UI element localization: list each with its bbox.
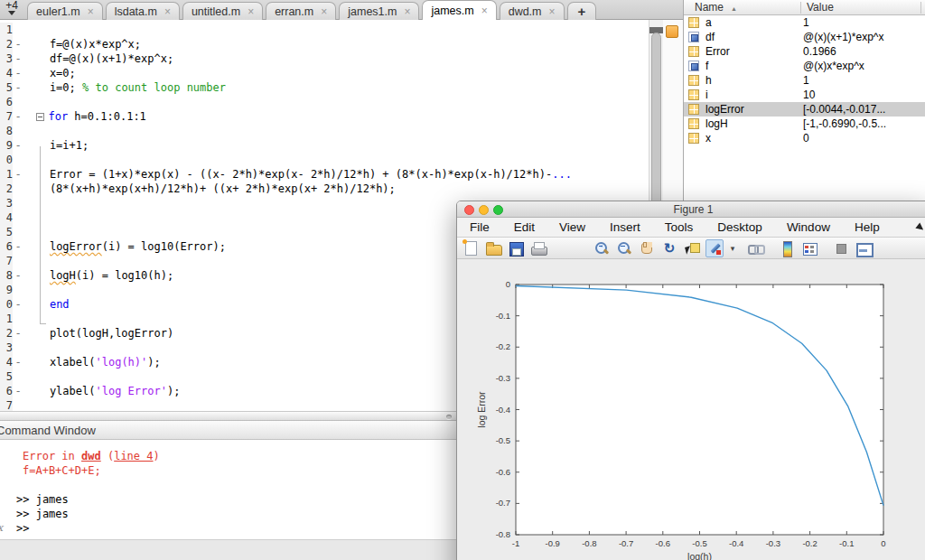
zoom-in-icon[interactable] xyxy=(593,239,611,257)
code-fold-icon[interactable] xyxy=(36,113,44,121)
tab-untitled.m[interactable]: untitled.m× xyxy=(182,2,263,20)
code-line: 2 (8*(x+h)*exp(x+h)/12*h)+ ((x+ 2*h)*exp… xyxy=(0,182,649,196)
link-plot-icon[interactable] xyxy=(746,239,764,257)
code-text: end xyxy=(23,297,70,312)
line-number: 3 xyxy=(0,51,13,66)
plot-tools-off-icon[interactable] xyxy=(832,239,850,257)
new-file-icon[interactable] xyxy=(462,239,480,257)
tab-euler1.m[interactable]: euler1.m× xyxy=(27,2,103,20)
tab-close-icon[interactable]: × xyxy=(321,7,327,16)
close-window-button[interactable] xyxy=(464,205,474,215)
workspace-row-h[interactable]: h1 xyxy=(684,73,925,88)
menu-item-insert[interactable]: Insert xyxy=(610,220,640,234)
print-figure-icon[interactable] xyxy=(529,239,547,257)
magnifier-handle xyxy=(626,248,631,254)
code-segment xyxy=(23,110,36,123)
menu-item-tools[interactable]: Tools xyxy=(665,220,694,234)
tab-close-icon[interactable]: × xyxy=(248,7,254,16)
save-figure-icon[interactable] xyxy=(507,239,525,257)
tab-label: dwd.m xyxy=(509,5,542,18)
exec-marker: - xyxy=(13,326,23,341)
svg-text:-1: -1 xyxy=(512,538,519,548)
error-text[interactable]: line 4 xyxy=(114,450,153,462)
matrix-variable-icon xyxy=(688,133,699,144)
code-warning-indicator[interactable] xyxy=(666,25,678,38)
workspace-col-name[interactable]: Name xyxy=(695,0,724,15)
line-number: 2 xyxy=(0,326,13,341)
open-file-icon[interactable] xyxy=(484,239,502,257)
tab-dwd.m[interactable]: dwd.m× xyxy=(500,2,565,20)
variable-name: logH xyxy=(705,117,728,131)
workspace-row-logH[interactable]: logH[-1,-0.6990,-0.5... xyxy=(684,117,925,131)
line-number: 1 xyxy=(0,23,13,37)
figure-window-title: Figure 1 xyxy=(457,201,925,218)
minimize-window-button[interactable] xyxy=(479,205,489,215)
plot-tools-on-icon[interactable] xyxy=(855,239,873,257)
rotate-3d-icon[interactable]: ↻ xyxy=(660,239,678,257)
workspace-col-value[interactable]: Value xyxy=(807,0,834,15)
line-number: 0 xyxy=(0,153,13,167)
workspace-row-logError[interactable]: logError[-0.0044,-0.017... xyxy=(684,102,925,117)
brush-data-icon[interactable] xyxy=(705,239,724,257)
menu-item-help[interactable]: Help xyxy=(855,220,880,234)
workspace-row-i[interactable]: i10 xyxy=(684,88,925,102)
svg-text:-0.3: -0.3 xyxy=(496,373,510,383)
menu-item-edit[interactable]: Edit xyxy=(514,220,535,234)
new-tab-button[interactable]: + xyxy=(567,2,597,20)
menu-item-desktop[interactable]: Desktop xyxy=(717,220,762,234)
column-divider[interactable] xyxy=(800,2,801,14)
insert-legend-icon[interactable] xyxy=(800,239,818,257)
line-number: 4 xyxy=(0,210,13,225)
code-text: for h=0.1:0.1:1 xyxy=(23,109,146,124)
line-number: 2 xyxy=(0,37,13,51)
code-text: x=0; xyxy=(23,66,76,80)
menu-overflow-icon[interactable] xyxy=(915,222,925,232)
pan-hand-icon[interactable] xyxy=(638,239,656,257)
tab-close-icon[interactable]: × xyxy=(88,7,94,16)
exec-marker xyxy=(13,23,23,37)
tab-james.m[interactable]: james.m× xyxy=(422,0,496,20)
svg-text:-0.6: -0.6 xyxy=(656,538,670,548)
tab-close-icon[interactable]: × xyxy=(404,7,410,16)
fx-prompt-icon[interactable]: fx xyxy=(0,521,3,536)
tab-erran.m[interactable]: erran.m× xyxy=(266,2,336,20)
code-segment: (i) = log10(Error); xyxy=(102,240,226,253)
line-number: 9 xyxy=(0,138,13,153)
tab-close-icon[interactable]: × xyxy=(481,6,488,15)
code-segment: % to count loop number xyxy=(82,81,226,94)
editor-tabs: euler1.m×lsdata.m×untitled.m×erran.m×jam… xyxy=(27,0,599,20)
tab-lsdata.m[interactable]: lsdata.m× xyxy=(106,2,180,20)
workspace-row-x[interactable]: x0 xyxy=(684,131,925,145)
tab-overflow-button[interactable]: +4 xyxy=(2,1,22,15)
tab-close-icon[interactable]: × xyxy=(549,7,556,16)
line-number: 7 xyxy=(0,109,13,124)
matrix-variable-icon xyxy=(688,75,699,86)
exec-marker xyxy=(13,254,23,268)
insert-colorbar-icon[interactable] xyxy=(778,239,796,257)
brush-dropdown-icon[interactable]: ▾ xyxy=(728,239,737,257)
menu-item-window[interactable]: Window xyxy=(787,220,830,234)
edit-plot-cursor-icon[interactable] xyxy=(561,239,579,257)
zoom-out-icon[interactable] xyxy=(615,239,633,257)
workspace-row-f[interactable]: f@(x)x*exp^x xyxy=(684,59,925,73)
line-number: 7 xyxy=(0,254,13,268)
workspace-row-df[interactable]: df@(x)(x+1)*exp^x xyxy=(684,30,925,44)
figure-toolbar: ↻▾ xyxy=(457,238,925,259)
line-number: 4 xyxy=(0,66,13,80)
menu-item-file[interactable]: File xyxy=(470,220,490,234)
tab-james1.m[interactable]: james1.m× xyxy=(339,2,419,20)
zoom-window-button[interactable] xyxy=(493,205,503,215)
workspace-row-a[interactable]: a1 xyxy=(684,15,925,30)
error-text[interactable]: dwd xyxy=(81,450,101,462)
plot-canvas: -1-0.9-0.8-0.7-0.6-0.5-0.4-0.3-0.2-0.100… xyxy=(457,259,925,560)
menu-item-view[interactable]: View xyxy=(559,220,585,234)
code-text: plot(logH,logError) xyxy=(23,326,173,341)
figure-titlebar[interactable]: Figure 1 xyxy=(457,201,925,218)
data-cursor-icon[interactable] xyxy=(683,239,701,257)
code-line: 4- x=0; xyxy=(0,66,649,80)
code-segment xyxy=(23,240,50,253)
tab-close-icon[interactable]: × xyxy=(164,7,171,16)
workspace-row-Error[interactable]: Error0.1966 xyxy=(684,44,925,59)
code-text: df=@(x)(x+1)*exp^x; xyxy=(23,51,173,66)
code-segment: 'log Error' xyxy=(95,385,166,397)
